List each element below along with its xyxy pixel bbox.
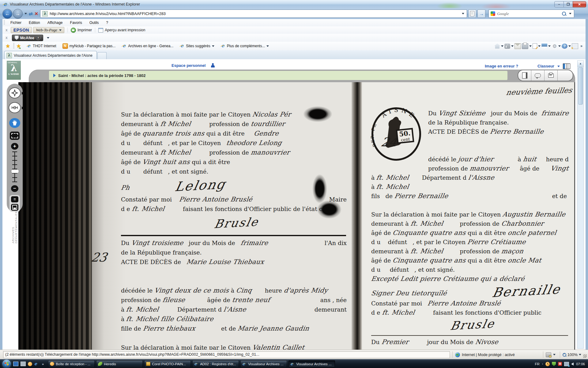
toolbar-overflow-chevron[interactable]: » bbox=[580, 44, 582, 48]
show-desktop-icon[interactable] bbox=[21, 362, 26, 366]
compatibility-button[interactable] bbox=[468, 10, 476, 18]
favorites-link[interactable]: eSites suggérés bbox=[176, 42, 217, 50]
menu-item-affichage[interactable]: Affichage bbox=[44, 20, 66, 26]
expand-right-icon[interactable] bbox=[22, 106, 24, 109]
chevron-down-icon[interactable] bbox=[548, 45, 551, 47]
zoom-slider[interactable] bbox=[12, 151, 18, 182]
zoom-level[interactable]: 100% bbox=[567, 352, 578, 357]
search-icon[interactable] bbox=[562, 12, 566, 16]
clock[interactable]: 07:06 bbox=[576, 362, 585, 366]
person-icon[interactable] bbox=[211, 63, 215, 67]
classeur-link[interactable]: Classeur bbox=[537, 64, 554, 68]
contrast-tool[interactable] bbox=[9, 102, 21, 113]
mail-icon[interactable] bbox=[514, 43, 521, 49]
back-button[interactable]: ← bbox=[2, 9, 12, 19]
menu-item-favoris[interactable]: Favoris bbox=[66, 20, 86, 26]
mail-orange-icon[interactable] bbox=[28, 362, 32, 366]
close-button[interactable]: ✕ bbox=[573, 1, 586, 7]
chevron-down-icon[interactable] bbox=[568, 45, 571, 47]
expand-right-icon[interactable] bbox=[22, 92, 24, 95]
search-dropdown[interactable] bbox=[569, 13, 571, 14]
menu-item-edition[interactable]: Edition bbox=[25, 20, 44, 26]
taskbar-button[interactable]: eVisualiseur Archives ... bbox=[288, 360, 335, 367]
menu-item-outils[interactable]: Outils bbox=[86, 20, 103, 26]
print-button[interactable] bbox=[545, 70, 558, 81]
toolbar-grip[interactable] bbox=[13, 43, 14, 49]
mcafee-icon[interactable]: M bbox=[558, 362, 562, 366]
zoom-dropdown[interactable] bbox=[579, 354, 581, 355]
protected-mode-dropdown[interactable] bbox=[553, 354, 556, 355]
quick-launch-overflow[interactable]: » bbox=[42, 362, 44, 366]
minimize-button[interactable]: – bbox=[554, 1, 564, 7]
network-icon[interactable] bbox=[564, 362, 569, 366]
home-icon[interactable] bbox=[494, 44, 500, 49]
favorites-link[interactable]: eArchives en ligne - Genea... bbox=[119, 42, 176, 50]
shield-icon[interactable] bbox=[541, 44, 547, 49]
register-view-button[interactable] bbox=[518, 70, 531, 81]
taskbar-button[interactable]: Boîte de réception - ... bbox=[48, 360, 95, 367]
mcafee-close-icon[interactable]: x bbox=[2, 36, 11, 40]
tray-expand-icon[interactable]: ‹ bbox=[542, 362, 543, 366]
rss-icon[interactable] bbox=[504, 44, 510, 49]
actual-size-button[interactable]: = bbox=[11, 196, 18, 202]
monitor-blue-icon[interactable] bbox=[13, 362, 18, 366]
mcafee-button[interactable]: McAfee ? bbox=[12, 35, 43, 41]
toolbar-grip[interactable] bbox=[4, 20, 5, 25]
chevron-down-icon[interactable] bbox=[501, 45, 503, 47]
printer-icon[interactable] bbox=[522, 43, 528, 49]
taskbar-button[interactable]: eAD02 : Registres d'ét... bbox=[192, 360, 239, 367]
menu-item-fichier[interactable]: Fichier bbox=[7, 20, 25, 26]
ie-icon[interactable]: e bbox=[34, 362, 39, 366]
comment-button[interactable] bbox=[531, 70, 545, 81]
scroll-up-arrow[interactable]: ▲ bbox=[578, 61, 583, 67]
favorites-doc-icon[interactable] bbox=[572, 43, 578, 49]
shield-green-icon[interactable] bbox=[552, 362, 556, 366]
scan-viewport[interactable]: Sur la déclaration à moi faite par le Ci… bbox=[18, 82, 575, 350]
gear-icon[interactable]: ⚙ bbox=[552, 44, 557, 49]
zoom-slider-handle[interactable] bbox=[11, 169, 19, 173]
forward-button[interactable]: → bbox=[13, 9, 23, 19]
favorites-star-icon[interactable]: ★ bbox=[6, 43, 10, 49]
window-titlebar[interactable]: e Visualiseur Archives Départementales d… bbox=[0, 0, 588, 8]
chevron-down-icon[interactable] bbox=[538, 45, 541, 47]
help-icon[interactable]: ? bbox=[562, 44, 567, 49]
classeur-dropdown[interactable] bbox=[557, 66, 560, 67]
taskbar-button[interactable]: eVisualiseur Archives ... bbox=[240, 360, 287, 367]
new-tab-button[interactable] bbox=[97, 52, 107, 59]
web-to-page-button[interactable]: Web-To-Page bbox=[33, 27, 64, 33]
refresh-button[interactable]: ⇄ bbox=[29, 11, 33, 17]
taskbar-button[interactable]: Heredis bbox=[96, 360, 143, 367]
rotate-tool[interactable] bbox=[9, 87, 21, 98]
stop-button[interactable]: ✕ bbox=[35, 11, 39, 17]
favorites-link[interactable]: NmyNclub - Partagez la pas... bbox=[59, 42, 119, 50]
image-en-erreur-link[interactable]: Image en erreur ? bbox=[485, 64, 518, 68]
epson-brand[interactable]: EPSON bbox=[11, 27, 32, 33]
taskbar-button[interactable]: Corel PHOTO-PAIN... bbox=[144, 360, 191, 367]
epson-close-icon[interactable]: x bbox=[2, 28, 11, 32]
add-favorite-icon[interactable]: ★ bbox=[16, 43, 23, 49]
zoom-icon[interactable] bbox=[563, 353, 566, 357]
chevron-down-icon[interactable] bbox=[558, 45, 561, 47]
maximize-button[interactable]: ❐ bbox=[564, 1, 573, 7]
zoom-in-button[interactable]: + bbox=[11, 143, 18, 150]
search-box[interactable]: Google bbox=[488, 10, 574, 18]
history-dropdown[interactable] bbox=[24, 13, 27, 14]
clock-orange-icon[interactable] bbox=[545, 362, 550, 366]
page-edit-icon[interactable] bbox=[533, 43, 537, 49]
favorites-link[interactable]: ePlus de compléments... bbox=[217, 42, 272, 50]
scrollbar-thumb[interactable] bbox=[578, 67, 583, 105]
epson-print-button[interactable]: Imprimer bbox=[77, 28, 92, 32]
archives-aisne-logo[interactable]: GÉNÉRAL λ L'AISNE bbox=[7, 61, 21, 80]
epson-preview-button[interactable]: Aperçu avant impression bbox=[105, 28, 145, 32]
volume-icon[interactable] bbox=[571, 362, 574, 366]
save-button[interactable] bbox=[11, 204, 18, 211]
address-dropdown[interactable] bbox=[462, 13, 464, 14]
go-button[interactable]: → bbox=[477, 10, 485, 18]
chevron-down-icon[interactable] bbox=[529, 45, 532, 47]
favorites-link[interactable]: eTHOT Internet bbox=[23, 42, 59, 50]
pan-tool[interactable] bbox=[9, 118, 20, 128]
address-bar[interactable]: λ http://www.archives.aisne.fr/visu2/vis… bbox=[40, 10, 467, 18]
chevron-down-icon[interactable] bbox=[511, 45, 514, 47]
mcafee-help-icon[interactable]: ? bbox=[36, 36, 40, 40]
language-indicator[interactable]: FR bbox=[535, 362, 540, 366]
